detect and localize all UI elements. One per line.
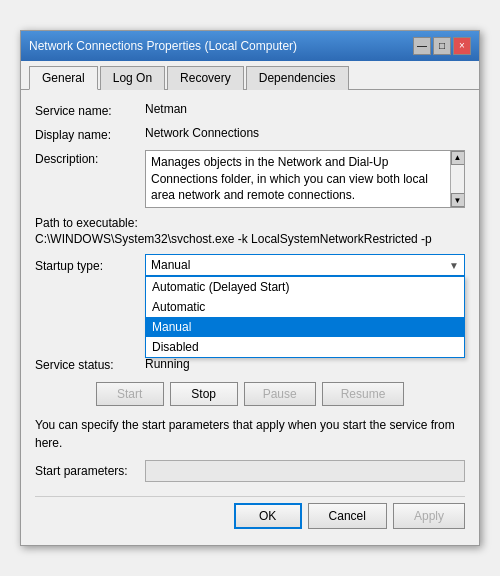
path-section: Path to executable: C:\WINDOWS\System32\… <box>35 216 465 246</box>
startup-selected-value: Manual <box>151 258 190 272</box>
close-button[interactable]: × <box>453 37 471 55</box>
service-name-row: Service name: Netman <box>35 102 465 118</box>
service-control-buttons: Start Stop Pause Resume <box>35 382 465 406</box>
tab-general[interactable]: General <box>29 66 98 90</box>
tab-logon[interactable]: Log On <box>100 66 165 90</box>
description-label: Description: <box>35 150 145 166</box>
start-params-row: Start parameters: <box>35 460 465 482</box>
description-scrollbar[interactable]: ▲ ▼ <box>450 151 464 207</box>
tab-recovery[interactable]: Recovery <box>167 66 244 90</box>
startup-dropdown-list: Automatic (Delayed Start) Automatic Manu… <box>145 276 465 358</box>
stop-button[interactable]: Stop <box>170 382 238 406</box>
service-status-value: Running <box>145 357 465 371</box>
bottom-button-bar: OK Cancel Apply <box>35 496 465 533</box>
display-name-value: Network Connections <box>145 126 465 140</box>
scroll-down-btn[interactable]: ▼ <box>451 193 465 207</box>
service-status-label: Service status: <box>35 356 145 372</box>
dropdown-option-disabled[interactable]: Disabled <box>146 337 464 357</box>
startup-type-label: Startup type: <box>35 257 145 273</box>
tab-bar: General Log On Recovery Dependencies <box>21 61 479 90</box>
display-name-row: Display name: Network Connections <box>35 126 465 142</box>
description-box[interactable]: Manages objects in the Network and Dial-… <box>145 150 465 208</box>
window-title: Network Connections Properties (Local Co… <box>29 39 297 53</box>
path-value: C:\WINDOWS\System32\svchost.exe -k Local… <box>35 232 465 246</box>
pause-button[interactable]: Pause <box>244 382 316 406</box>
tab-content: Service name: Netman Display name: Netwo… <box>21 90 479 545</box>
startup-type-dropdown[interactable]: Manual ▼ <box>145 254 465 276</box>
display-name-label: Display name: <box>35 126 145 142</box>
info-text: You can specify the start parameters tha… <box>35 416 465 452</box>
ok-button[interactable]: OK <box>234 503 302 529</box>
description-text: Manages objects in the Network and Dial-… <box>151 154 459 204</box>
start-button[interactable]: Start <box>96 382 164 406</box>
properties-window: Network Connections Properties (Local Co… <box>20 30 480 546</box>
dropdown-arrow-icon: ▼ <box>449 260 459 271</box>
title-bar: Network Connections Properties (Local Co… <box>21 31 479 61</box>
apply-button[interactable]: Apply <box>393 503 465 529</box>
description-row: Description: Manages objects in the Netw… <box>35 150 465 208</box>
service-name-label: Service name: <box>35 102 145 118</box>
dropdown-option-manual[interactable]: Manual <box>146 317 464 337</box>
cancel-button[interactable]: Cancel <box>308 503 387 529</box>
dropdown-option-automatic[interactable]: Automatic <box>146 297 464 317</box>
service-status-row: Service status: Running <box>35 356 465 372</box>
tab-dependencies[interactable]: Dependencies <box>246 66 349 90</box>
service-name-value: Netman <box>145 102 465 116</box>
start-params-label: Start parameters: <box>35 464 145 478</box>
startup-type-row: Startup type: Manual ▼ Automatic (Delaye… <box>35 254 465 276</box>
resume-button[interactable]: Resume <box>322 382 405 406</box>
scroll-up-btn[interactable]: ▲ <box>451 151 465 165</box>
title-bar-buttons: — □ × <box>413 37 471 55</box>
path-label: Path to executable: <box>35 216 465 230</box>
start-params-input[interactable] <box>145 460 465 482</box>
dropdown-option-automatic-delayed[interactable]: Automatic (Delayed Start) <box>146 277 464 297</box>
maximize-button[interactable]: □ <box>433 37 451 55</box>
minimize-button[interactable]: — <box>413 37 431 55</box>
startup-dropdown-wrapper: Manual ▼ Automatic (Delayed Start) Autom… <box>145 254 465 276</box>
